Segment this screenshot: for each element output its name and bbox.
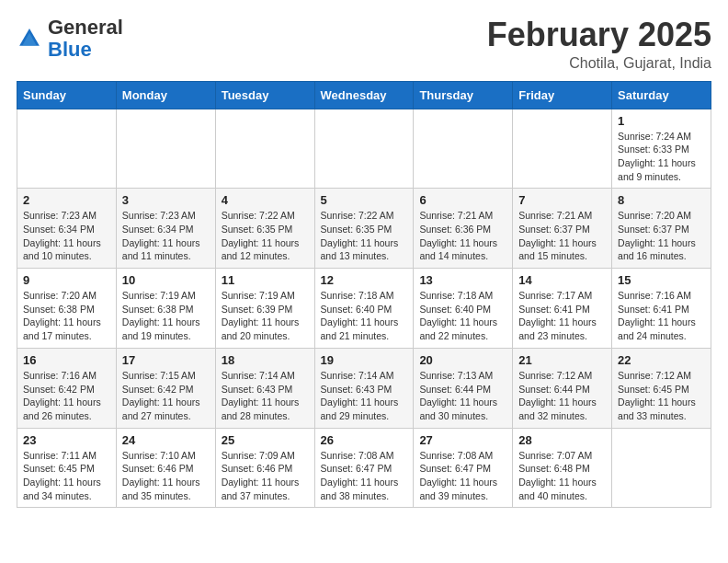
calendar-weekday-thursday: Thursday: [414, 81, 513, 109]
calendar-cell: 12Sunrise: 7:18 AMSunset: 6:40 PMDayligh…: [314, 269, 414, 349]
day-number: 11: [222, 273, 309, 287]
day-info: Sunrise: 7:21 AMSunset: 6:37 PMDaylight:…: [518, 209, 606, 263]
calendar-weekday-wednesday: Wednesday: [314, 81, 414, 109]
calendar-cell: 9Sunrise: 7:20 AMSunset: 6:38 PMDaylight…: [17, 269, 117, 349]
page: General Blue February 2025 Chotila, Guja…: [0, 0, 728, 524]
day-info: Sunrise: 7:13 AMSunset: 6:44 PMDaylight:…: [419, 369, 506, 423]
title-block: February 2025 Chotila, Gujarat, India: [487, 17, 711, 72]
day-info: Sunrise: 7:21 AMSunset: 6:36 PMDaylight:…: [419, 209, 506, 263]
day-number: 15: [618, 273, 705, 287]
calendar-cell: 20Sunrise: 7:13 AMSunset: 6:44 PMDayligh…: [414, 348, 513, 428]
calendar-cell: 6Sunrise: 7:21 AMSunset: 6:36 PMDaylight…: [414, 189, 513, 269]
calendar-cell: 13Sunrise: 7:18 AMSunset: 6:40 PMDayligh…: [414, 269, 513, 349]
day-number: 16: [23, 353, 110, 367]
calendar-cell: 15Sunrise: 7:16 AMSunset: 6:41 PMDayligh…: [612, 269, 711, 349]
day-number: 2: [23, 193, 110, 207]
day-number: 5: [321, 193, 408, 207]
day-info: Sunrise: 7:12 AMSunset: 6:44 PMDaylight:…: [518, 369, 606, 423]
calendar-week-row: 9Sunrise: 7:20 AMSunset: 6:38 PMDaylight…: [17, 269, 711, 349]
calendar-weekday-saturday: Saturday: [612, 81, 711, 109]
day-info: Sunrise: 7:20 AMSunset: 6:37 PMDaylight:…: [618, 209, 705, 263]
day-info: Sunrise: 7:12 AMSunset: 6:45 PMDaylight:…: [618, 369, 705, 423]
calendar-week-row: 1Sunrise: 7:24 AMSunset: 6:33 PMDaylight…: [17, 109, 711, 189]
calendar-cell: [116, 109, 215, 189]
day-number: 9: [23, 273, 110, 287]
calendar-cell: [17, 109, 117, 189]
day-number: 1: [618, 114, 705, 128]
calendar-cell: [314, 109, 414, 189]
calendar-cell: 22Sunrise: 7:12 AMSunset: 6:45 PMDayligh…: [612, 348, 711, 428]
day-info: Sunrise: 7:11 AMSunset: 6:45 PMDaylight:…: [23, 449, 110, 503]
calendar-cell: 26Sunrise: 7:08 AMSunset: 6:47 PMDayligh…: [314, 428, 414, 508]
logo-icon: [17, 26, 42, 52]
day-info: Sunrise: 7:14 AMSunset: 6:43 PMDaylight:…: [222, 369, 309, 423]
day-number: 25: [222, 433, 309, 447]
calendar-cell: 2Sunrise: 7:23 AMSunset: 6:34 PMDaylight…: [17, 189, 117, 269]
day-number: 24: [122, 433, 210, 447]
calendar-cell: [215, 109, 314, 189]
logo-text: General Blue: [48, 17, 123, 61]
calendar-weekday-friday: Friday: [513, 81, 612, 109]
calendar-cell: 21Sunrise: 7:12 AMSunset: 6:44 PMDayligh…: [513, 348, 612, 428]
calendar-cell: 19Sunrise: 7:14 AMSunset: 6:43 PMDayligh…: [314, 348, 414, 428]
day-info: Sunrise: 7:08 AMSunset: 6:47 PMDaylight:…: [321, 449, 408, 503]
day-info: Sunrise: 7:18 AMSunset: 6:40 PMDaylight:…: [321, 289, 408, 343]
calendar-header-row: SundayMondayTuesdayWednesdayThursdayFrid…: [17, 81, 711, 109]
calendar-cell: 3Sunrise: 7:23 AMSunset: 6:34 PMDaylight…: [116, 189, 215, 269]
day-number: 21: [518, 353, 606, 367]
day-info: Sunrise: 7:20 AMSunset: 6:38 PMDaylight:…: [23, 289, 110, 343]
calendar-cell: 11Sunrise: 7:19 AMSunset: 6:39 PMDayligh…: [215, 269, 314, 349]
calendar-week-row: 23Sunrise: 7:11 AMSunset: 6:45 PMDayligh…: [17, 428, 711, 508]
day-info: Sunrise: 7:22 AMSunset: 6:35 PMDaylight:…: [321, 209, 408, 263]
calendar-weekday-tuesday: Tuesday: [215, 81, 314, 109]
calendar-cell: 27Sunrise: 7:08 AMSunset: 6:47 PMDayligh…: [414, 428, 513, 508]
calendar-table: SundayMondayTuesdayWednesdayThursdayFrid…: [17, 81, 711, 509]
day-number: 18: [222, 353, 309, 367]
day-info: Sunrise: 7:16 AMSunset: 6:42 PMDaylight:…: [23, 369, 110, 423]
day-info: Sunrise: 7:19 AMSunset: 6:39 PMDaylight:…: [222, 289, 309, 343]
day-number: 17: [122, 353, 210, 367]
day-info: Sunrise: 7:23 AMSunset: 6:34 PMDaylight:…: [23, 209, 110, 263]
header: General Blue February 2025 Chotila, Guja…: [17, 17, 711, 72]
calendar-cell: 4Sunrise: 7:22 AMSunset: 6:35 PMDaylight…: [215, 189, 314, 269]
calendar-cell: 1Sunrise: 7:24 AMSunset: 6:33 PMDaylight…: [612, 109, 711, 189]
day-number: 13: [419, 273, 506, 287]
day-info: Sunrise: 7:16 AMSunset: 6:41 PMDaylight:…: [618, 289, 705, 343]
day-info: Sunrise: 7:19 AMSunset: 6:38 PMDaylight:…: [122, 289, 210, 343]
day-number: 14: [518, 273, 606, 287]
day-number: 7: [518, 193, 606, 207]
day-info: Sunrise: 7:24 AMSunset: 6:33 PMDaylight:…: [618, 130, 705, 184]
location: Chotila, Gujarat, India: [487, 55, 711, 72]
calendar-cell: [513, 109, 612, 189]
calendar-cell: 10Sunrise: 7:19 AMSunset: 6:38 PMDayligh…: [116, 269, 215, 349]
logo: General Blue: [17, 17, 123, 61]
day-number: 27: [419, 433, 506, 447]
day-number: 19: [321, 353, 408, 367]
day-number: 20: [419, 353, 506, 367]
day-info: Sunrise: 7:22 AMSunset: 6:35 PMDaylight:…: [222, 209, 309, 263]
calendar-cell: 23Sunrise: 7:11 AMSunset: 6:45 PMDayligh…: [17, 428, 117, 508]
day-info: Sunrise: 7:07 AMSunset: 6:48 PMDaylight:…: [518, 449, 606, 503]
day-info: Sunrise: 7:15 AMSunset: 6:42 PMDaylight:…: [122, 369, 210, 423]
calendar-cell: 8Sunrise: 7:20 AMSunset: 6:37 PMDaylight…: [612, 189, 711, 269]
calendar-week-row: 2Sunrise: 7:23 AMSunset: 6:34 PMDaylight…: [17, 189, 711, 269]
logo-general: General: [48, 16, 123, 39]
calendar-cell: 28Sunrise: 7:07 AMSunset: 6:48 PMDayligh…: [513, 428, 612, 508]
logo-blue: Blue: [48, 38, 92, 61]
calendar-cell: 16Sunrise: 7:16 AMSunset: 6:42 PMDayligh…: [17, 348, 117, 428]
calendar-cell: [414, 109, 513, 189]
day-number: 6: [419, 193, 506, 207]
day-info: Sunrise: 7:10 AMSunset: 6:46 PMDaylight:…: [122, 449, 210, 503]
day-info: Sunrise: 7:18 AMSunset: 6:40 PMDaylight:…: [419, 289, 506, 343]
day-number: 12: [321, 273, 408, 287]
day-info: Sunrise: 7:23 AMSunset: 6:34 PMDaylight:…: [122, 209, 210, 263]
day-info: Sunrise: 7:14 AMSunset: 6:43 PMDaylight:…: [321, 369, 408, 423]
day-number: 8: [618, 193, 705, 207]
day-number: 4: [222, 193, 309, 207]
calendar-weekday-monday: Monday: [116, 81, 215, 109]
day-info: Sunrise: 7:08 AMSunset: 6:47 PMDaylight:…: [419, 449, 506, 503]
day-info: Sunrise: 7:17 AMSunset: 6:41 PMDaylight:…: [518, 289, 606, 343]
month-title: February 2025: [487, 17, 711, 53]
calendar-weekday-sunday: Sunday: [17, 81, 117, 109]
day-number: 22: [618, 353, 705, 367]
